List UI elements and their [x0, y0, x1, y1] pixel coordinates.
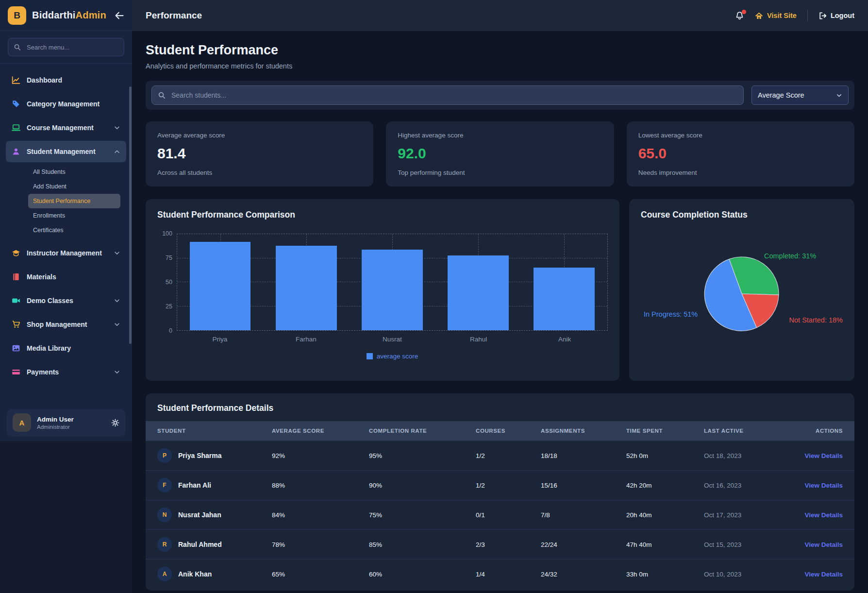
chevron-down-icon [114, 124, 120, 131]
sidebar-collapse-button[interactable] [115, 11, 124, 20]
student-cell-wrap: AAnik Khan [146, 559, 272, 589]
students-search-input[interactable] [151, 85, 744, 105]
stat-caption: Top performing student [398, 169, 602, 176]
completion-rate-cell: 60% [369, 559, 476, 589]
bar-farhan [276, 246, 337, 330]
sort-select[interactable]: Average Score [751, 85, 849, 105]
sidebar-item-label: Shop Management [27, 321, 87, 328]
sidebar-item-category-management[interactable]: Category Management [6, 93, 126, 115]
stats-row: Average average score81.4Across all stud… [146, 121, 854, 186]
student-cell-wrap: RRahul Ahmed [146, 530, 272, 559]
pie-label-completed: Completed: 31% [764, 252, 816, 260]
sidebar-item-demo-classes[interactable]: Demo Classes [6, 290, 126, 311]
student-name: Rahul Ahmed [178, 541, 222, 548]
average-score-cell: 88% [272, 471, 369, 500]
sidebar-subitem-student-performance[interactable]: Student Performance [28, 194, 120, 208]
sidebar-item-payments[interactable]: Payments [6, 361, 126, 383]
filter-bar: Average Score [146, 81, 854, 110]
student-cell-wrap: NNusrat Jahan [146, 500, 272, 530]
page-subtitle: Analytics and performance metrics for st… [146, 62, 854, 70]
view-details-link[interactable]: View Details [804, 571, 843, 578]
app-logo: B [8, 6, 26, 25]
completion-rate-cell: 85% [369, 530, 476, 559]
sidebar-subitem-add-student[interactable]: Add Student [28, 179, 120, 194]
sidebar-header: B BiddarthiAdmin [0, 0, 132, 31]
notification-bell[interactable] [735, 11, 744, 20]
user-name: Admin User [37, 416, 105, 423]
legend-label: average score [377, 353, 418, 360]
average-score-cell: 65% [272, 559, 369, 589]
laptop-icon [12, 123, 20, 132]
sidebar-item-label: Course Management [27, 124, 94, 132]
student-cell-wrap: FFarhan Ali [146, 471, 272, 500]
sidebar-item-student-management[interactable]: Student Management [6, 141, 126, 162]
settings-gear-icon[interactable] [111, 419, 119, 427]
sidebar-item-materials[interactable]: Materials [6, 266, 126, 288]
search-icon [158, 91, 166, 99]
view-details-link[interactable]: View Details [804, 541, 843, 548]
user-role: Administrator [37, 424, 105, 430]
brand-accent: Admin [76, 10, 106, 20]
stat-label: Highest average score [398, 132, 602, 139]
performance-table-card: Student Performance Details STUDENTAVERA… [146, 393, 854, 591]
student-avatar: N [157, 508, 172, 522]
x-label-nusrat: Nusrat [349, 336, 435, 343]
view-details-link[interactable]: View Details [804, 482, 843, 489]
table-header-average-score: AVERAGE SCORE [272, 421, 369, 441]
table-header-courses: COURSES [476, 421, 541, 441]
video-camera-icon [12, 296, 20, 305]
view-details-link[interactable]: View Details [804, 511, 843, 519]
sidebar-item-instructor-management[interactable]: Instructor Management [6, 242, 126, 264]
visit-site-link[interactable]: Visit Site [755, 12, 797, 20]
assignments-cell: 7/8 [541, 500, 626, 530]
last-active-cell: Oct 17, 2023 [704, 500, 801, 530]
view-details-link[interactable]: View Details [804, 452, 843, 459]
average-score-cell: 92% [272, 441, 369, 471]
sidebar-item-shop-management[interactable]: Shop Management [6, 314, 126, 335]
sidebar-item-label: Materials [27, 273, 56, 281]
performance-bar-chart: 0255075100 [157, 234, 608, 331]
topbar: Performance Visit Site Logout [132, 0, 868, 31]
sidebar-item-dashboard[interactable]: Dashboard [6, 69, 126, 91]
back-arrow-icon [115, 11, 124, 20]
last-active-cell: Oct 10, 2023 [704, 559, 801, 589]
app-root: B BiddarthiAdmin DashboardCategory Manag… [0, 0, 868, 593]
sidebar-item-media-library[interactable]: Media Library [6, 338, 126, 359]
sidebar-item-label: Payments [27, 368, 59, 376]
stat-caption: Needs improvement [638, 169, 843, 176]
table-header-time-spent: TIME SPENT [626, 421, 704, 441]
sidebar-scrollbar[interactable] [129, 86, 132, 344]
table-header-student: STUDENT [146, 421, 272, 441]
completion-rate-cell: 90% [369, 471, 476, 500]
legend-swatch [367, 353, 373, 359]
sidebar-item-label: Media Library [27, 344, 71, 352]
chart-legend: average score [177, 353, 608, 360]
sidebar-search-input[interactable] [8, 38, 124, 56]
sidebar-subitem-certificates[interactable]: Certificates [28, 223, 120, 237]
y-tick: 25 [166, 303, 172, 310]
stat-value: 81.4 [157, 145, 362, 162]
chevron-down-icon [114, 297, 120, 304]
student-icon [12, 147, 20, 156]
chevron-down-icon [114, 321, 120, 328]
table-row-nusrat-jahan: NNusrat Jahan84%75%0/17/820h 40mOct 17, … [146, 500, 854, 530]
user-avatar: A [13, 413, 31, 432]
logout-button[interactable]: Logout [818, 12, 854, 20]
student-avatar: F [157, 478, 172, 492]
student-cell: FFarhan Ali [157, 478, 272, 492]
student-cell: PPriya Sharma [157, 448, 272, 463]
charts-row: Student Performance Comparison 025507510… [146, 199, 854, 381]
brand-name: BiddarthiAdmin [32, 10, 109, 21]
y-axis: 0255075100 [157, 234, 177, 331]
sidebar-subitem-all-students[interactable]: All Students [28, 165, 120, 179]
actions-cell: View Details [801, 559, 854, 589]
credit-card-icon [12, 368, 20, 376]
sidebar-item-course-management[interactable]: Course Management [6, 117, 126, 138]
table-row-rahul-ahmed: RRahul Ahmed78%85%2/322/2447h 40mOct 15,… [146, 530, 854, 559]
sidebar-subitem-enrollments[interactable]: Enrollments [28, 208, 120, 223]
time-spent-cell: 52h 0m [626, 441, 704, 471]
logout-icon [818, 12, 827, 20]
last-active-cell: Oct 18, 2023 [704, 441, 801, 471]
admin-user-card[interactable]: A Admin User Administrator [7, 409, 125, 436]
student-avatar: R [157, 537, 172, 552]
